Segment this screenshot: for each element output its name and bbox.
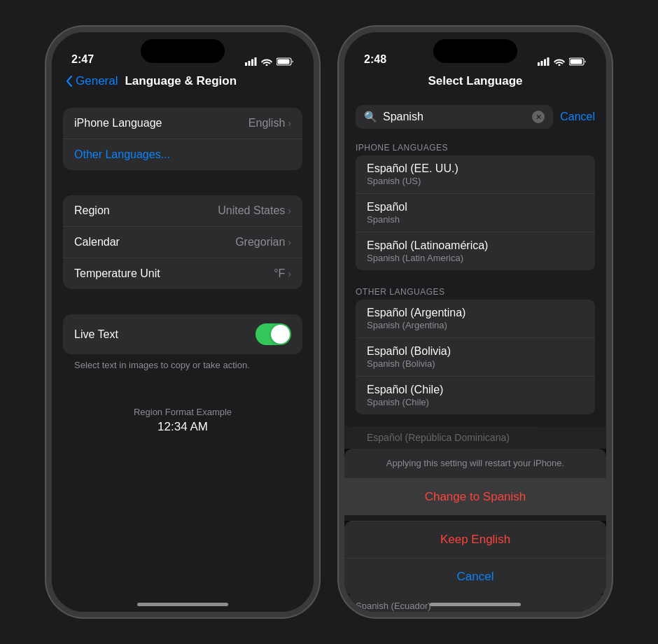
search-input-value[interactable]: Spanish <box>383 111 526 123</box>
calendar-value-container: Gregorian › <box>235 236 291 248</box>
back-label-1: General <box>76 74 118 88</box>
iphone-language-chevron: › <box>288 118 291 129</box>
lang-main: Español (Chile) <box>367 384 584 396</box>
home-indicator-2 <box>430 603 521 606</box>
toggle-knob <box>271 325 290 344</box>
search-cancel-button[interactable]: Cancel <box>560 111 595 123</box>
svg-rect-5 <box>278 59 290 64</box>
status-icons-1 <box>245 57 294 66</box>
temperature-chevron: › <box>288 268 291 279</box>
alert-gap <box>344 515 606 521</box>
svg-rect-1 <box>248 61 251 66</box>
svg-rect-8 <box>544 59 546 66</box>
settings-content-1: iPhone Language English › Other Language… <box>52 94 314 459</box>
language-list: IPHONE LANGUAGES Español (EE. UU.) Spani… <box>344 137 606 414</box>
iphone-language-value-container: English › <box>248 117 291 130</box>
status-time-1: 2:47 <box>71 53 94 66</box>
search-bar-container[interactable]: 🔍 Spanish ✕ <box>356 105 553 129</box>
svg-rect-6 <box>538 62 540 66</box>
home-indicator-1 <box>137 603 228 606</box>
search-icon: 🔍 <box>364 111 377 123</box>
partial-lang-sub: Spanish (Ecuador) <box>356 601 431 611</box>
region-format-value: 12:34 AM <box>158 420 208 434</box>
list-item[interactable]: Español (Bolivia) Spanish (Bolivia) <box>356 338 595 377</box>
cancel-button-alert[interactable]: Cancel <box>344 558 606 595</box>
lang-main: Español (Argentina) <box>367 307 584 319</box>
lang-main: Español <box>367 201 584 214</box>
calendar-label: Calendar <box>74 236 120 248</box>
temperature-label: Temperature Unit <box>74 267 160 280</box>
phone-select-language: 2:48 <box>339 27 612 617</box>
change-to-spanish-button[interactable]: Change to Spanish <box>344 478 606 515</box>
status-icons-2 <box>538 57 587 66</box>
keep-english-button[interactable]: Keep English <box>344 521 606 558</box>
list-item[interactable]: Español (EE. UU.) Spanish (US) <box>356 155 595 194</box>
screen-select-language: 2:48 <box>344 32 606 612</box>
signal-icon <box>245 57 257 66</box>
other-languages-header: OTHER LANGUAGES <box>344 281 606 300</box>
live-text-helper: Select text in images to copy or take ac… <box>63 354 302 370</box>
region-group: Region United States › Calendar Gregoria… <box>63 195 302 289</box>
calendar-value: Gregorian <box>235 236 285 248</box>
region-format-title: Region Format Example <box>134 407 232 417</box>
signal-icon-2 <box>538 57 550 66</box>
temperature-row[interactable]: Temperature Unit °F › <box>63 258 302 289</box>
list-item[interactable]: Español (Argentina) Spanish (Argentina) <box>356 300 595 338</box>
alert-message-text: Applying this setting will restart your … <box>344 449 606 478</box>
lang-main: Español (EE. UU.) <box>367 162 584 175</box>
list-item[interactable]: Español Spanish <box>356 194 595 232</box>
lang-sub: Spanish (Chile) <box>367 397 584 407</box>
svg-rect-11 <box>570 59 582 64</box>
wifi-icon <box>261 57 272 66</box>
live-text-label: Live Text <box>74 328 118 341</box>
svg-rect-9 <box>547 57 550 66</box>
page-title-1: Language & Region <box>125 74 237 88</box>
iphone-languages-group: Español (EE. UU.) Spanish (US) Español S… <box>356 155 595 270</box>
region-label: Region <box>74 204 110 217</box>
calendar-chevron: › <box>288 237 291 248</box>
svg-rect-2 <box>251 59 253 66</box>
live-text-setting: Live Text <box>63 314 302 354</box>
lang-sub: Spanish (Argentina) <box>367 320 584 330</box>
iphone-language-value: English <box>248 117 285 130</box>
list-item[interactable]: Español (Latinoamérica) Spanish (Latin A… <box>356 232 595 270</box>
wifi-icon-2 <box>554 57 565 66</box>
dynamic-island-2 <box>433 39 517 63</box>
back-button-1[interactable]: General <box>66 74 118 88</box>
svg-rect-0 <box>245 62 247 66</box>
region-value-container: United States › <box>218 204 291 217</box>
live-text-toggle[interactable] <box>255 323 291 345</box>
dynamic-island <box>141 39 225 63</box>
battery-icon-2 <box>569 57 587 66</box>
partial-lang-main: Español (República Dominicana) <box>367 432 584 443</box>
lang-sub: Spanish <box>367 214 584 225</box>
search-clear-button[interactable]: ✕ <box>532 111 545 123</box>
lang-sub: Spanish (Latin America) <box>367 253 584 263</box>
battery-icon <box>276 57 294 66</box>
live-text-group: Live Text Select text in images to copy … <box>63 314 302 370</box>
other-languages-link[interactable]: Other Languages... <box>63 139 302 170</box>
svg-rect-7 <box>541 61 543 66</box>
region-chevron: › <box>288 205 291 216</box>
screen-language-region: 2:47 <box>52 32 314 612</box>
iphone-languages-header: IPHONE LANGUAGES <box>344 137 606 155</box>
iphone-language-row[interactable]: iPhone Language English › <box>63 108 302 139</box>
calendar-row[interactable]: Calendar Gregorian › <box>63 227 302 258</box>
language-change-alert: Español (República Dominicana) Applying … <box>344 426 606 612</box>
search-row: 🔍 Spanish ✕ Cancel <box>344 105 606 137</box>
lang-sub: Spanish (US) <box>367 176 584 186</box>
region-format-section: Region Format Example 12:34 AM <box>63 396 302 445</box>
alert-secondary-buttons: Keep English Cancel <box>344 521 606 595</box>
region-row[interactable]: Region United States › <box>63 195 302 227</box>
list-item[interactable]: Español (Chile) Spanish (Chile) <box>356 377 595 414</box>
temperature-value: °F <box>274 267 285 280</box>
temperature-value-container: °F › <box>274 267 291 280</box>
live-text-row[interactable]: Live Text <box>63 314 302 354</box>
lang-main: Español (Latinoamérica) <box>367 239 584 252</box>
status-time-2: 2:48 <box>364 53 386 66</box>
svg-rect-3 <box>255 57 257 66</box>
phone-language-region: 2:47 <box>46 27 319 617</box>
iphone-language-label: iPhone Language <box>74 117 162 130</box>
lang-screen-title: Select Language <box>356 74 595 88</box>
region-value: United States <box>218 204 285 217</box>
